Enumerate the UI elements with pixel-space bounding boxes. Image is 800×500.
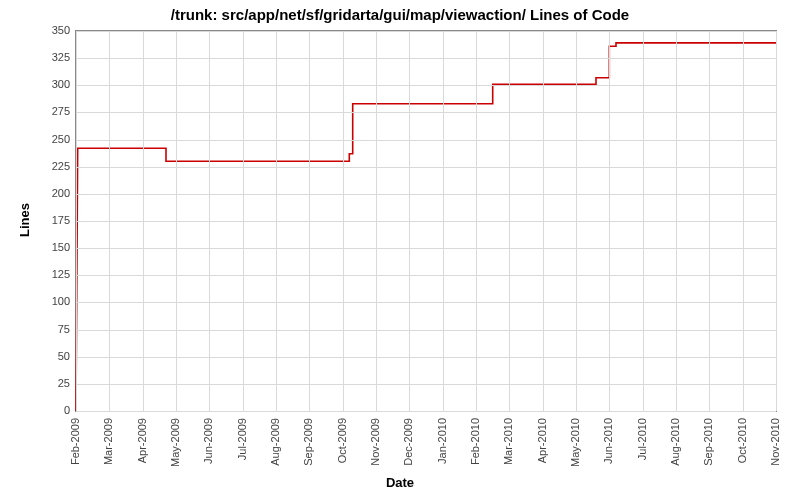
x-tick: Jul-2009 bbox=[236, 418, 248, 460]
y-tick: 75 bbox=[10, 323, 70, 335]
x-tick: Oct-2010 bbox=[736, 418, 748, 463]
x-tick: Aug-2009 bbox=[269, 418, 281, 466]
x-tick: May-2009 bbox=[169, 418, 181, 467]
x-tick: Nov-2010 bbox=[769, 418, 781, 466]
x-tick: Jun-2009 bbox=[202, 418, 214, 464]
y-tick: 150 bbox=[10, 241, 70, 253]
x-tick: Feb-2009 bbox=[69, 418, 81, 465]
x-tick: Jun-2010 bbox=[602, 418, 614, 464]
y-tick: 350 bbox=[10, 24, 70, 36]
x-tick: Mar-2010 bbox=[502, 418, 514, 465]
y-tick: 225 bbox=[10, 160, 70, 172]
plot-area bbox=[75, 30, 777, 412]
x-tick: Oct-2009 bbox=[336, 418, 348, 463]
x-tick: Feb-2010 bbox=[469, 418, 481, 465]
loc-chart: /trunk: src/app/net/sf/gridarta/gui/map/… bbox=[0, 0, 800, 500]
x-tick: Mar-2009 bbox=[102, 418, 114, 465]
x-axis-label: Date bbox=[0, 475, 800, 490]
y-tick: 50 bbox=[10, 350, 70, 362]
x-tick: Dec-2009 bbox=[402, 418, 414, 466]
y-tick: 125 bbox=[10, 268, 70, 280]
x-tick: Apr-2009 bbox=[136, 418, 148, 463]
chart-title: /trunk: src/app/net/sf/gridarta/gui/map/… bbox=[0, 6, 800, 23]
x-tick: Sep-2009 bbox=[302, 418, 314, 466]
x-tick: May-2010 bbox=[569, 418, 581, 467]
y-tick: 175 bbox=[10, 214, 70, 226]
x-tick: Jul-2010 bbox=[636, 418, 648, 460]
y-tick: 250 bbox=[10, 133, 70, 145]
x-tick: Jan-2010 bbox=[436, 418, 448, 464]
x-tick: Sep-2010 bbox=[702, 418, 714, 466]
x-tick: Apr-2010 bbox=[536, 418, 548, 463]
y-tick: 100 bbox=[10, 295, 70, 307]
y-tick: 325 bbox=[10, 51, 70, 63]
x-tick: Nov-2009 bbox=[369, 418, 381, 466]
y-tick: 300 bbox=[10, 78, 70, 90]
x-tick: Aug-2010 bbox=[669, 418, 681, 466]
y-tick: 25 bbox=[10, 377, 70, 389]
y-tick: 200 bbox=[10, 187, 70, 199]
y-tick: 0 bbox=[10, 404, 70, 416]
y-tick: 275 bbox=[10, 105, 70, 117]
